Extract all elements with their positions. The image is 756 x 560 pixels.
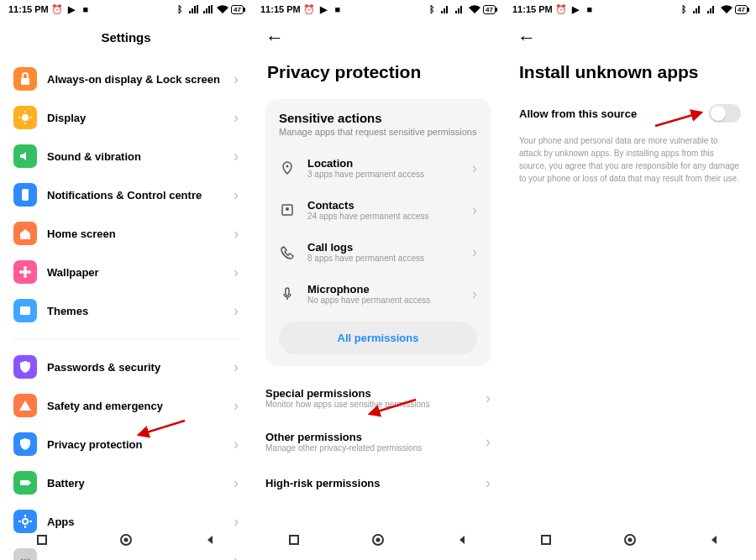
settings-row[interactable]: Themes› bbox=[13, 291, 239, 330]
row-label: Themes bbox=[47, 305, 234, 317]
navigation-bar bbox=[0, 527, 252, 556]
row-label: Wallpaper bbox=[47, 266, 234, 279]
page-title: Install unknown apps bbox=[504, 49, 756, 99]
mic-icon bbox=[279, 285, 296, 302]
allow-source-row[interactable]: Allow from this source bbox=[519, 99, 741, 134]
chevron-right-icon: › bbox=[472, 285, 477, 303]
chevron-right-icon: › bbox=[234, 397, 239, 415]
back-button[interactable]: ← bbox=[517, 27, 536, 48]
settings-row[interactable]: Home screen› bbox=[13, 214, 239, 253]
settings-row[interactable]: Display› bbox=[13, 98, 239, 137]
chevron-right-icon: › bbox=[234, 474, 239, 492]
settings-row[interactable]: Sound & vibration› bbox=[13, 137, 239, 175]
shield-icon bbox=[13, 355, 37, 379]
bluetooth-icon: ᛒ bbox=[174, 3, 186, 15]
nav-recent[interactable] bbox=[36, 534, 48, 549]
location-icon bbox=[279, 160, 296, 176]
svg-point-23 bbox=[286, 165, 289, 168]
flat-row[interactable]: Other permissionsManage other privacy-re… bbox=[265, 420, 491, 463]
permission-row[interactable]: Contacts24 apps have permanent access› bbox=[279, 189, 477, 231]
settings-list: Always-on display & Lock screen›Display›… bbox=[0, 60, 252, 560]
svg-point-11 bbox=[28, 270, 31, 274]
row-desc: Manage other privacy-related permissions bbox=[265, 443, 486, 453]
status-bar: 11:15 PM ⏰▶■ ᛒ 47 bbox=[504, 0, 756, 18]
home-icon bbox=[13, 222, 37, 245]
contacts-icon bbox=[279, 201, 296, 218]
flat-row[interactable]: High-risk permissions› bbox=[265, 463, 491, 503]
flat-row[interactable]: Special permissionsMonitor how apps use … bbox=[265, 376, 491, 420]
sun-icon bbox=[13, 106, 37, 129]
perm-desc: No apps have permanent access bbox=[307, 296, 472, 305]
phone-icon bbox=[13, 183, 37, 207]
settings-row[interactable]: Privacy protection› bbox=[13, 425, 239, 463]
nav-back[interactable] bbox=[708, 534, 720, 549]
svg-point-34 bbox=[627, 538, 632, 542]
chevron-right-icon: › bbox=[234, 264, 239, 281]
nav-back[interactable] bbox=[456, 534, 468, 549]
svg-rect-32 bbox=[542, 536, 550, 544]
perm-desc: 3 apps have permanent access bbox=[307, 170, 472, 179]
warning-icon bbox=[13, 394, 37, 417]
settings-row[interactable]: Passwords & security› bbox=[13, 348, 239, 386]
install-unknown-panel: 11:15 PM ⏰▶■ ᛒ 47 ← Install unknown apps… bbox=[504, 0, 756, 560]
navigation-bar bbox=[252, 527, 504, 556]
back-button[interactable]: ← bbox=[265, 27, 284, 48]
chevron-right-icon: › bbox=[234, 225, 239, 243]
warning-text: Your phone and personal data are more vu… bbox=[519, 134, 741, 185]
navigation-bar bbox=[504, 527, 756, 556]
status-bar: 11:15 PM ⏰ ▶ ■ ᛒ 47 bbox=[0, 0, 252, 18]
nav-back[interactable] bbox=[204, 534, 216, 549]
battery-icon bbox=[13, 471, 37, 495]
settings-row[interactable]: Wallpaper› bbox=[13, 253, 239, 291]
status-bar: 11:15 PM ⏰▶■ ᛒ 47 bbox=[252, 0, 504, 18]
chevron-right-icon: › bbox=[234, 148, 239, 165]
nav-home[interactable] bbox=[623, 533, 637, 550]
row-label: Notifications & Control centre bbox=[47, 189, 234, 201]
svg-rect-12 bbox=[20, 306, 30, 315]
row-label: Safety and emergency bbox=[47, 400, 234, 412]
nav-home[interactable] bbox=[371, 533, 385, 550]
settings-row[interactable]: Safety and emergency› bbox=[13, 386, 239, 425]
privacy-panel: 11:15 PM ⏰▶■ ᛒ 47 ← Privacy protection S… bbox=[252, 0, 504, 560]
alarm-icon: ⏰ bbox=[51, 3, 63, 15]
chevron-right-icon: › bbox=[234, 71, 239, 88]
row-label: Always-on display & Lock screen bbox=[47, 73, 234, 86]
permission-row[interactable]: Location3 apps have permanent access› bbox=[279, 147, 477, 189]
settings-row[interactable]: Always-on display & Lock screen› bbox=[13, 60, 239, 98]
nav-recent[interactable] bbox=[540, 534, 552, 549]
screen-icon bbox=[13, 299, 37, 322]
nav-home[interactable] bbox=[119, 533, 133, 550]
settings-row[interactable]: Notifications & Control centre› bbox=[13, 175, 239, 214]
wifi-icon bbox=[217, 3, 228, 15]
svg-rect-28 bbox=[290, 536, 298, 544]
all-permissions-button[interactable]: All permissions bbox=[279, 322, 477, 354]
row-label: Sound & vibration bbox=[47, 150, 234, 163]
row-name: Other permissions bbox=[265, 431, 486, 443]
card-title: Sensitive actions bbox=[279, 111, 477, 125]
row-label: Privacy protection bbox=[47, 438, 234, 451]
lock-icon bbox=[13, 67, 37, 91]
svg-point-9 bbox=[24, 275, 27, 278]
chevron-right-icon: › bbox=[472, 243, 477, 261]
perm-name: Microphone bbox=[307, 283, 472, 296]
svg-rect-13 bbox=[20, 480, 29, 485]
phone-icon bbox=[279, 243, 296, 260]
chevron-right-icon: › bbox=[234, 109, 239, 127]
perm-name: Contacts bbox=[307, 199, 472, 212]
svg-point-8 bbox=[24, 266, 27, 270]
toggle-switch[interactable] bbox=[709, 104, 741, 123]
svg-rect-20 bbox=[38, 536, 46, 544]
battery-icon: 47 bbox=[231, 5, 244, 14]
chevron-right-icon: › bbox=[486, 390, 491, 407]
chevron-right-icon: › bbox=[472, 201, 477, 219]
settings-row[interactable]: Battery› bbox=[13, 463, 239, 502]
nav-recent[interactable] bbox=[288, 534, 300, 549]
permission-row[interactable]: Call logs8 apps have permanent access› bbox=[279, 231, 477, 273]
perm-desc: 8 apps have permanent access bbox=[307, 254, 472, 263]
svg-point-25 bbox=[286, 207, 289, 211]
row-desc: Monitor how apps use sensitive permissio… bbox=[265, 400, 486, 409]
chevron-right-icon: › bbox=[486, 474, 491, 492]
page-title: Privacy protection bbox=[252, 49, 504, 99]
chevron-right-icon: › bbox=[234, 359, 239, 376]
permission-row[interactable]: MicrophoneNo apps have permanent access› bbox=[279, 273, 477, 315]
